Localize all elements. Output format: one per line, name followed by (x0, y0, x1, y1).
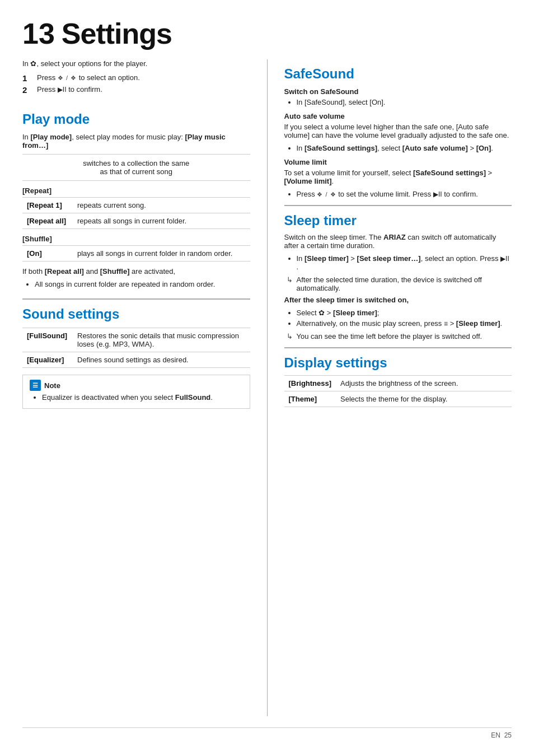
sound-settings-heading: Sound settings (22, 298, 250, 322)
equalizer-term: [Equalizer] (22, 352, 73, 368)
fullsound-term: [FullSound] (22, 328, 73, 352)
equalizer-row: [Equalizer] Defines sound settings as de… (22, 352, 250, 368)
switch-on-bullet: In [SafeSound], select [On]. (297, 98, 512, 106)
repeat-all-term: [Repeat all] (22, 213, 73, 229)
display-settings-heading: Display settings (284, 347, 512, 371)
note-icon: ☰ (30, 380, 41, 391)
footer-lang: EN (491, 731, 500, 739)
step-1-num: 1 (22, 73, 34, 83)
switches-row: switches to a collection the sameas that… (22, 155, 250, 181)
volume-limit-heading: Volume limit (284, 158, 512, 166)
shuffle-table: [On] plays all songs in current folder i… (22, 245, 250, 262)
equalizer-desc: Defines sound settings as desired. (73, 352, 250, 368)
sleep-timer-intro: Switch on the sleep timer. The ARIAZ can… (284, 233, 512, 250)
play-mode-intro: In [Play mode], select play modes for mu… (22, 133, 250, 150)
shuffle-on-row: [On] plays all songs in current folder i… (22, 246, 250, 262)
sleep-timer-indent: After the selected time duration, the de… (284, 276, 512, 292)
sleep-timer-heading: Sleep timer (284, 205, 512, 228)
shuffle-on-desc: plays all songs in current folder in ran… (73, 246, 250, 262)
fullsound-row: [FullSound] Restores the sonic details t… (22, 328, 250, 352)
step-2-text: Press ▶II to confirm. (37, 85, 102, 94)
repeat-all-desc: repeats all songs in current folder. (73, 213, 250, 229)
switches-text: switches to a collection the sameas that… (22, 155, 250, 181)
after-sleep-bullet-1: Select ✿ > [Sleep timer]; (297, 309, 512, 317)
page-title: Settings (62, 17, 172, 50)
note-header: ☰ Note (30, 380, 243, 391)
brightness-row: [Brightness] Adjusts the brightness of t… (284, 376, 512, 391)
step-1-text: Press ❖ / ❖ to select an option. (37, 73, 140, 82)
volume-limit-bullets: Press ❖ / ❖ to set the volume limit. Pre… (284, 190, 512, 198)
auto-safe-bullets: In [SafeSound settings], select [Auto sa… (284, 144, 512, 152)
repeat-table: [Repeat 1] repeats current song. [Repeat… (22, 197, 250, 229)
intro-text: In ✿, select your options for the player… (22, 59, 250, 68)
after-sleep-indent-1: You can see the time left before the pla… (297, 332, 512, 340)
step-2: 2 Press ▶II to confirm. (22, 85, 250, 95)
after-sleep-bullet-2: Alternatively, on the music play screen,… (297, 319, 512, 328)
page-footer: EN 25 (22, 727, 512, 739)
shuffle-header: [Shuffle] (22, 235, 250, 243)
repeat-1-row: [Repeat 1] repeats current song. (22, 198, 250, 213)
switches-table: switches to a collection the sameas that… (22, 154, 250, 181)
sleep-timer-bullets: In [Sleep timer] > [Set sleep timer…], s… (284, 254, 512, 271)
volume-limit-text: To set a volume limit for yourself, sele… (284, 169, 512, 185)
auto-safe-text: If you select a volume level higher than… (284, 123, 512, 139)
left-column: In ✿, select your options for the player… (22, 59, 268, 716)
step-1: 1 Press ❖ / ❖ to select an option. (22, 73, 250, 83)
sleep-timer-bullet-1: In [Sleep timer] > [Set sleep timer…], s… (297, 254, 512, 271)
switch-on-bullets: In [SafeSound], select [On]. (284, 98, 512, 106)
note-content: Equalizer is deactivated when you select… (42, 393, 243, 402)
brightness-desc: Adjusts the brightness of the screen. (336, 376, 512, 391)
repeat-header: [Repeat] (22, 186, 250, 195)
fullsound-desc: Restores the sonic details that music co… (73, 328, 250, 352)
right-column: SafeSound Switch on SafeSound In [SafeSo… (268, 59, 512, 716)
safesound-heading: SafeSound (284, 59, 512, 82)
auto-safe-bullet: In [SafeSound settings], select [Auto sa… (297, 144, 512, 152)
theme-term: [Theme] (284, 391, 336, 407)
step-list: 1 Press ❖ / ❖ to select an option. 2 Pre… (22, 73, 250, 95)
repeat-shuffle-bullet-1: All songs in current folder are repeated… (35, 280, 250, 288)
repeat-1-desc: repeats current song. (73, 198, 250, 213)
brightness-term: [Brightness] (284, 376, 336, 391)
footer-page-num: 25 (504, 731, 512, 739)
page: 13Settings In ✿, select your options for… (0, 0, 534, 756)
after-sleep-heading: After the sleep timer is switched on, (284, 296, 512, 304)
theme-row: [Theme] Selects the theme for the displa… (284, 391, 512, 407)
play-mode-heading: Play mode (22, 105, 250, 127)
repeat-shuffle-note: If both [Repeat all] and [Shuffle] are a… (22, 267, 250, 276)
chapter-number: 13 (22, 17, 55, 50)
shuffle-on-term: [On] (22, 246, 73, 262)
note-box: ☰ Note Equalizer is deactivated when you… (22, 375, 250, 409)
sound-settings-table: [FullSound] Restores the sonic details t… (22, 328, 250, 368)
auto-safe-heading: Auto safe volume (284, 112, 512, 120)
step-2-num: 2 (22, 85, 34, 95)
switch-on-safesound-heading: Switch on SafeSound (284, 87, 512, 96)
after-sleep-indent: You can see the time left before the pla… (284, 332, 512, 340)
theme-desc: Selects the theme for the display. (336, 391, 512, 407)
repeat-shuffle-bullets: All songs in current folder are repeated… (22, 280, 250, 288)
repeat-all-row: [Repeat all] repeats all songs in curren… (22, 213, 250, 229)
after-sleep-bullets: Select ✿ > [Sleep timer]; Alternatively,… (284, 309, 512, 328)
sleep-timer-indent-1: After the selected time duration, the de… (297, 276, 512, 292)
volume-limit-bullet: Press ❖ / ❖ to set the volume limit. Pre… (297, 190, 512, 198)
display-settings-table: [Brightness] Adjusts the brightness of t… (284, 375, 512, 407)
repeat-1-term: [Repeat 1] (22, 198, 73, 213)
note-content-list: Equalizer is deactivated when you select… (30, 393, 243, 402)
note-label: Note (44, 381, 60, 390)
